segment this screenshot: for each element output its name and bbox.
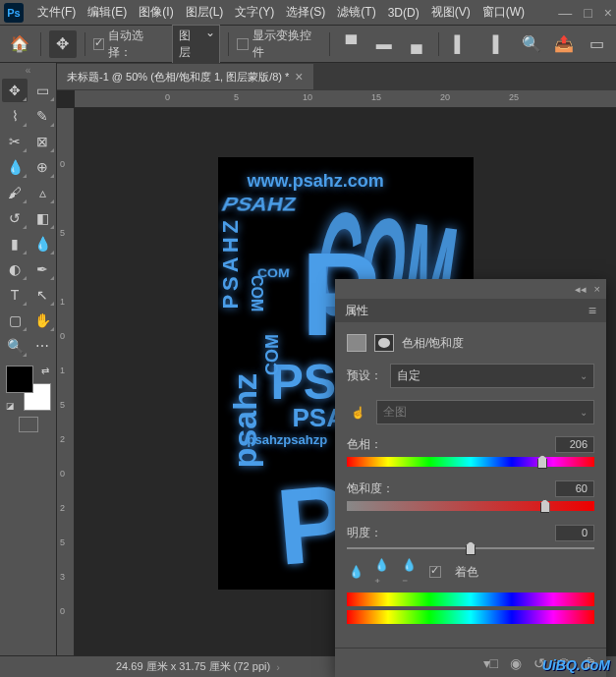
ruler-vertical[interactable]: 0 5 1 0 1 5 2 0 2 5 3 0 xyxy=(57,108,75,655)
hue-slider-row: 色相： 206 xyxy=(347,436,594,467)
move-tool[interactable]: ✥ xyxy=(2,79,28,102)
menu-image[interactable]: 图像(I) xyxy=(133,1,179,24)
dodge-tool[interactable]: ◐ xyxy=(2,257,28,281)
panel-collapse-icon[interactable]: ◂◂ xyxy=(575,283,587,296)
search-icon[interactable]: 🔍 xyxy=(518,30,544,58)
adjustment-name: 色相/饱和度 xyxy=(402,335,464,352)
home-icon[interactable]: 🏠 xyxy=(6,30,32,58)
lightness-slider[interactable] xyxy=(347,547,594,549)
color-swatches[interactable]: ⇄ ◪ xyxy=(6,366,51,411)
layer-mask-icon[interactable] xyxy=(374,334,394,352)
saturation-value[interactable]: 60 xyxy=(555,480,594,497)
pen-tool[interactable]: ✒ xyxy=(29,257,55,281)
panel-menu-icon[interactable]: ≡ xyxy=(588,303,596,318)
crop-tool[interactable]: ✂ xyxy=(2,130,28,153)
align-bottom-icon[interactable]: ▄ xyxy=(403,30,429,58)
stamp-tool[interactable]: ▵ xyxy=(29,181,55,204)
edit-toolbar[interactable]: ⋯ xyxy=(29,334,55,358)
preset-select[interactable]: 自定⌄ xyxy=(390,364,594,388)
lightness-label: 明度： xyxy=(347,525,382,541)
saturation-slider[interactable] xyxy=(347,501,594,511)
shape-tool[interactable]: ▢ xyxy=(2,309,28,332)
zoom-tool[interactable]: 🔍 xyxy=(2,334,28,358)
window-controls: — □ × xyxy=(558,5,612,21)
finger-scrub-icon[interactable]: ☝ xyxy=(347,406,368,420)
menu-type[interactable]: 文字(Y) xyxy=(229,1,280,24)
document-tabs: 未标题-1 @ 50% (色相/饱和度 1, 图层蒙版/8) * × xyxy=(57,63,616,90)
marquee-tool[interactable]: ▭ xyxy=(29,79,55,102)
close-tab-icon[interactable]: × xyxy=(295,69,303,85)
panel-close-icon[interactable]: × xyxy=(594,283,600,295)
colorize-checkbox[interactable] xyxy=(429,566,441,578)
menu-view[interactable]: 视图(V) xyxy=(425,1,476,24)
eraser-tool[interactable]: ◧ xyxy=(29,206,55,230)
swap-colors-icon[interactable]: ⇄ xyxy=(41,366,49,376)
options-bar: 🏠 ✥ 自动选择： 图层 显示变换控件 ▀ ▬ ▄ ▌ ▐ 🔍 📤 ▭ xyxy=(0,26,616,63)
healing-tool[interactable]: ⊕ xyxy=(29,155,55,179)
spectrum-before xyxy=(347,592,594,606)
eyedropper-add-icon: 💧₊ xyxy=(374,563,392,581)
close-icon[interactable]: × xyxy=(604,5,612,21)
menu-filter[interactable]: 滤镜(T) xyxy=(331,1,381,24)
colorize-label: 着色 xyxy=(455,564,478,581)
path-select-tool[interactable]: ↖ xyxy=(29,283,55,307)
show-transform-checkbox[interactable]: 显示变换控件 xyxy=(237,28,321,61)
edit-mode-toggle[interactable] xyxy=(2,417,54,432)
ruler-horizontal[interactable]: 0 5 10 15 20 25 xyxy=(75,90,616,108)
standard-mode-icon[interactable] xyxy=(19,417,38,432)
view-previous-icon[interactable]: ◉ xyxy=(510,655,522,671)
foreground-color[interactable] xyxy=(6,366,33,393)
maximize-icon[interactable]: □ xyxy=(584,5,591,21)
lasso-tool[interactable]: ⌇ xyxy=(2,104,28,128)
eyedropper-tool[interactable]: 💧 xyxy=(2,155,28,179)
menu-3d[interactable]: 3D(D) xyxy=(382,3,425,23)
hue-value[interactable]: 206 xyxy=(555,436,594,453)
channel-select: 全图⌄ xyxy=(376,400,594,424)
saturation-slider-row: 饱和度： 60 xyxy=(347,480,594,511)
quick-select-tool[interactable]: ✎ xyxy=(29,104,55,128)
preset-label: 预设： xyxy=(347,367,382,384)
align-left-icon[interactable]: ▌ xyxy=(447,30,474,58)
default-colors-icon[interactable]: ◪ xyxy=(6,401,15,411)
panel-tab[interactable]: 属性 ≡ xyxy=(335,299,606,322)
brush-tool[interactable]: 🖌 xyxy=(2,181,28,204)
move-tool-icon[interactable]: ✥ xyxy=(49,30,76,58)
gradient-tool[interactable]: ▮ xyxy=(2,232,28,255)
minimize-icon[interactable]: — xyxy=(558,5,572,21)
status-menu-icon[interactable]: › xyxy=(276,661,280,673)
ps-logo: Ps xyxy=(4,3,24,23)
document-tab[interactable]: 未标题-1 @ 50% (色相/饱和度 1, 图层蒙版/8) * × xyxy=(57,64,313,89)
auto-select-target[interactable]: 图层 xyxy=(172,25,220,64)
history-brush-tool[interactable]: ↺ xyxy=(2,206,28,230)
blur-tool[interactable]: 💧 xyxy=(29,232,55,255)
saturation-label: 饱和度： xyxy=(347,480,394,497)
eyedropper-set-icon[interactable]: 💧 xyxy=(347,563,364,581)
auto-select-checkbox[interactable]: 自动选择： xyxy=(93,28,166,61)
menu-file[interactable]: 文件(F) xyxy=(31,1,82,24)
frame-tool[interactable]: ⊠ xyxy=(29,130,55,153)
menu-select[interactable]: 选择(S) xyxy=(280,1,331,24)
toolbox-collapse-icon[interactable]: « xyxy=(2,65,54,79)
hand-tool[interactable]: ✋ xyxy=(29,309,55,332)
menu-edit[interactable]: 编辑(E) xyxy=(82,1,133,24)
align-top-icon[interactable]: ▀ xyxy=(338,30,364,58)
align-hcenter-icon[interactable]: ▐ xyxy=(479,30,506,58)
lightness-value[interactable]: 0 xyxy=(555,525,594,541)
toolbox: « ✥ ▭ ⌇ ✎ ✂ ⊠ 💧 ⊕ 🖌 ▵ ↺ ◧ ▮ 💧 ◐ ✒ T ↖ ▢ … xyxy=(0,63,57,655)
type-tool[interactable]: T xyxy=(2,283,28,307)
properties-panel: ◂◂ × 属性 ≡ 色相/饱和度 预设： 自定⌄ ☝ 全图⌄ 色相： 206 xyxy=(335,279,606,677)
clip-to-layer-icon[interactable]: ▾□ xyxy=(483,655,498,671)
menu-layer[interactable]: 图层(L) xyxy=(180,1,230,24)
status-text: 24.69 厘米 x 31.75 厘米 (72 ppi) xyxy=(116,659,270,674)
workspace-icon[interactable]: ▭ xyxy=(584,30,610,58)
menu-window[interactable]: 窗口(W) xyxy=(476,1,531,24)
quickshare-icon[interactable]: 📤 xyxy=(550,30,577,58)
panel-tab-label: 属性 xyxy=(345,303,368,319)
watermark: UiBQ.CoM xyxy=(542,657,610,673)
document-tab-title: 未标题-1 @ 50% (色相/饱和度 1, 图层蒙版/8) * xyxy=(67,70,289,85)
eyedropper-subtract-icon: 💧₋ xyxy=(402,563,420,581)
menubar: Ps 文件(F) 编辑(E) 图像(I) 图层(L) 文字(Y) 选择(S) 滤… xyxy=(0,0,616,26)
align-vcenter-icon[interactable]: ▬ xyxy=(370,30,397,58)
adjustment-type-icon xyxy=(347,334,366,352)
hue-slider[interactable] xyxy=(347,457,594,467)
